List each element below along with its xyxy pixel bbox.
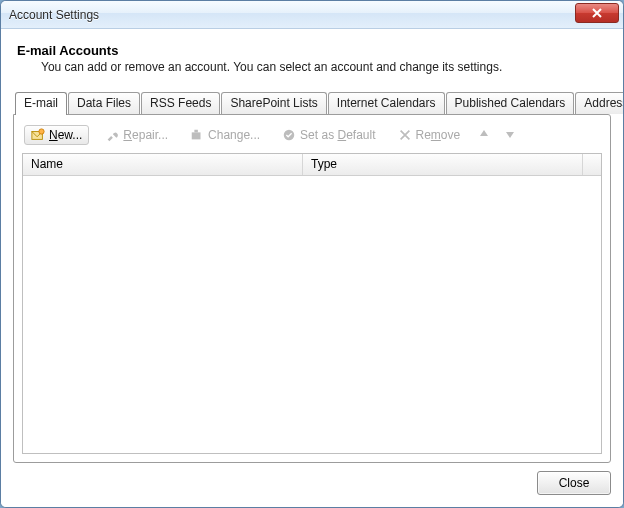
remove-label: Remove bbox=[416, 128, 461, 142]
tab-internet-calendars[interactable]: Internet Calendars bbox=[328, 92, 445, 114]
tab-label: Internet Calendars bbox=[337, 96, 436, 110]
move-down-button bbox=[502, 126, 518, 145]
toolbar: New... Repair... Change... bbox=[22, 123, 602, 153]
tab-sharepoint-lists[interactable]: SharePoint Lists bbox=[221, 92, 326, 114]
tab-label: E-mail bbox=[24, 96, 58, 110]
tabstrip: E-mail Data Files RSS Feeds SharePoint L… bbox=[13, 92, 611, 114]
tab-panel: New... Repair... Change... bbox=[13, 114, 611, 463]
tab-email[interactable]: E-mail bbox=[15, 92, 67, 115]
list-body[interactable] bbox=[23, 176, 601, 453]
tab-label: RSS Feeds bbox=[150, 96, 211, 110]
arrow-up-icon bbox=[478, 128, 490, 140]
svg-rect-3 bbox=[194, 130, 198, 133]
list-header: Name Type bbox=[23, 154, 601, 176]
close-button-label: Close bbox=[559, 476, 590, 490]
close-button[interactable]: Close bbox=[537, 471, 611, 495]
remove-icon bbox=[398, 128, 412, 142]
repair-icon bbox=[105, 128, 119, 142]
set-default-button: Set as Default bbox=[276, 126, 381, 144]
tab-published-calendars[interactable]: Published Calendars bbox=[446, 92, 575, 114]
repair-label: Repair... bbox=[123, 128, 168, 142]
repair-button: Repair... bbox=[99, 126, 174, 144]
tab-label: Published Calendars bbox=[455, 96, 566, 110]
tab-label: Data Files bbox=[77, 96, 131, 110]
change-button: Change... bbox=[184, 126, 266, 144]
change-label: Change... bbox=[208, 128, 260, 142]
tab-rss-feeds[interactable]: RSS Feeds bbox=[141, 92, 220, 114]
new-label: New... bbox=[49, 128, 82, 142]
arrow-down-icon bbox=[504, 128, 516, 140]
tab-label: Address Books bbox=[584, 96, 624, 110]
remove-button: Remove bbox=[392, 126, 467, 144]
mail-new-icon bbox=[31, 128, 45, 142]
new-button[interactable]: New... bbox=[24, 125, 89, 145]
window-title: Account Settings bbox=[9, 8, 99, 22]
close-icon bbox=[591, 7, 603, 19]
svg-point-1 bbox=[39, 129, 44, 134]
close-window-button[interactable] bbox=[575, 3, 619, 23]
change-icon bbox=[190, 128, 204, 142]
column-header-name[interactable]: Name bbox=[23, 154, 303, 175]
column-header-type[interactable]: Type bbox=[303, 154, 583, 175]
move-up-button bbox=[476, 126, 492, 145]
check-circle-icon bbox=[282, 128, 296, 142]
client-area: E-mail Accounts You can add or remove an… bbox=[1, 29, 623, 507]
column-header-spacer bbox=[583, 154, 601, 175]
account-settings-window: Account Settings E-mail Accounts You can… bbox=[0, 0, 624, 508]
svg-rect-2 bbox=[192, 132, 201, 139]
set-default-label: Set as Default bbox=[300, 128, 375, 142]
tab-data-files[interactable]: Data Files bbox=[68, 92, 140, 114]
tab-address-books[interactable]: Address Books bbox=[575, 92, 624, 114]
page-heading: E-mail Accounts bbox=[17, 43, 611, 58]
dialog-footer: Close bbox=[13, 463, 611, 495]
page-subtext: You can add or remove an account. You ca… bbox=[41, 60, 611, 74]
titlebar: Account Settings bbox=[1, 1, 623, 29]
accounts-list: Name Type bbox=[22, 153, 602, 454]
tab-label: SharePoint Lists bbox=[230, 96, 317, 110]
